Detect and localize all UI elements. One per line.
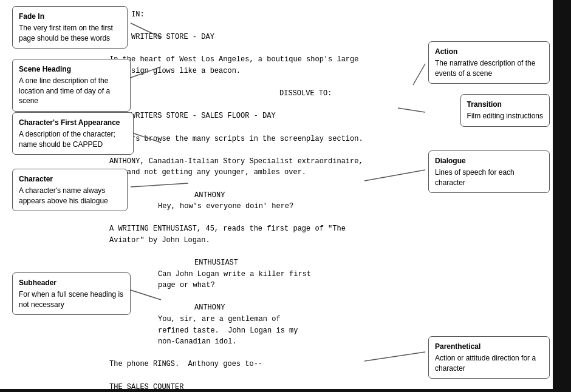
tooltip-action-body: The narrative description of the events … [435, 59, 535, 78]
line-char-1: ANTHONY [109, 190, 407, 201]
line-ext: EXT. WRITERS STORE - DAY [109, 32, 407, 43]
line-diag-3a: You, sir, are a gentleman of [109, 314, 407, 325]
tooltip-characters-first-appearance: Character's First Appearance A descripti… [12, 112, 134, 155]
tooltip-character-title: Character [19, 174, 121, 184]
line-diag-3c: non-Canadian idol. [109, 336, 407, 348]
line-blank-12 [109, 370, 407, 382]
line-blank-3 [109, 77, 407, 89]
tooltip-cfa-title: Character's First Appearance [19, 118, 127, 128]
line-diag-3b: refined taste. John Logan is my [109, 325, 407, 337]
tooltip-cfa-body: A description of the character; name sho… [19, 130, 115, 149]
line-action-5: The phone RINGS. Anthony goes to-- [109, 359, 407, 370]
line-blank-4 [109, 100, 407, 111]
line-int: INT. WRITERS STORE - SALES FLOOR - DAY [109, 110, 407, 122]
line-action-4a: A WRITING ENTHUSIAST, 45, reads the firs… [109, 223, 407, 235]
line-action-1b: OPEN sign glows like a beacon. [109, 66, 407, 77]
line-action-1a: In the heart of West Los Angeles, a bout… [109, 54, 407, 66]
black-bar-bottom [0, 389, 571, 392]
tooltip-subheader-title: Subheader [19, 278, 124, 288]
tooltip-subheader: Subheader For when a full scene heading … [12, 272, 131, 315]
line-blank-9 [109, 246, 407, 257]
tooltip-scene-heading-body: A one line description of the location a… [19, 76, 110, 106]
line-blank-6 [109, 144, 407, 156]
line-diag-2b: page or what? [109, 280, 407, 291]
tooltip-fade-in-body: The very first item on the first page sh… [19, 24, 113, 42]
line-fade-in: FADE IN: [109, 9, 407, 21]
line-action-4b: Aviator" by John Logan. [109, 235, 407, 246]
tooltip-transition-title: Transition [467, 100, 543, 110]
line-blank-5 [109, 122, 407, 133]
line-blank-1 [109, 21, 407, 32]
tooltip-scene-heading: Scene Heading A one line description of … [12, 59, 131, 112]
line-char-2: ENTHUSIAST [109, 257, 407, 269]
line-action-3b: 30s and not getting any younger, ambles … [109, 167, 407, 178]
tooltip-dialogue-title: Dialogue [435, 156, 543, 166]
line-blank-10 [109, 291, 407, 303]
line-blank-11 [109, 348, 407, 359]
tooltip-transition: Transition Film editing instructions [460, 94, 550, 127]
tooltip-fade-in-title: Fade In [19, 12, 121, 22]
tooltip-character-body: A character's name always appears above … [19, 186, 108, 205]
tooltip-parenthetical-body: Action or attitude direction for a chara… [435, 354, 536, 373]
line-blank-2 [109, 43, 407, 55]
line-char-3: ANTHONY [109, 302, 407, 314]
tooltip-character: Character A character's name always appe… [12, 169, 128, 211]
tooltip-action-title: Action [435, 47, 543, 57]
screenplay-content: FADE IN: EXT. WRITERS STORE - DAY In the… [97, 0, 419, 392]
tooltip-dialogue: Dialogue Lines of speech for each charac… [428, 150, 550, 193]
line-action-2: Writers browse the many scripts in the s… [109, 133, 407, 145]
line-blank-8 [109, 212, 407, 224]
tooltip-transition-body: Film editing instructions [467, 112, 543, 120]
tooltip-subheader-body: For when a full scene heading is not nec… [19, 290, 123, 309]
black-bar-right [553, 0, 571, 392]
tooltip-scene-heading-title: Scene Heading [19, 64, 124, 75]
line-diag-1: Hey, how's everyone doin' here? [109, 201, 407, 212]
tooltip-fade-in: Fade In The very first item on the first… [12, 6, 128, 49]
line-diag-2a: Can John Logan write a killer first [109, 269, 407, 280]
line-blank-7 [109, 178, 407, 190]
tooltip-action: Action The narrative description of the … [428, 41, 550, 84]
tooltip-parenthetical: Parenthetical Action or attitude directi… [428, 336, 550, 379]
tooltip-dialogue-body: Lines of speech for each character [435, 168, 515, 187]
line-action-3a: ANTHONY, Canadian-Italian Story Speciali… [109, 156, 407, 167]
line-dissolve: DISSOLVE TO: [109, 88, 407, 100]
tooltip-parenthetical-title: Parenthetical [435, 342, 543, 352]
